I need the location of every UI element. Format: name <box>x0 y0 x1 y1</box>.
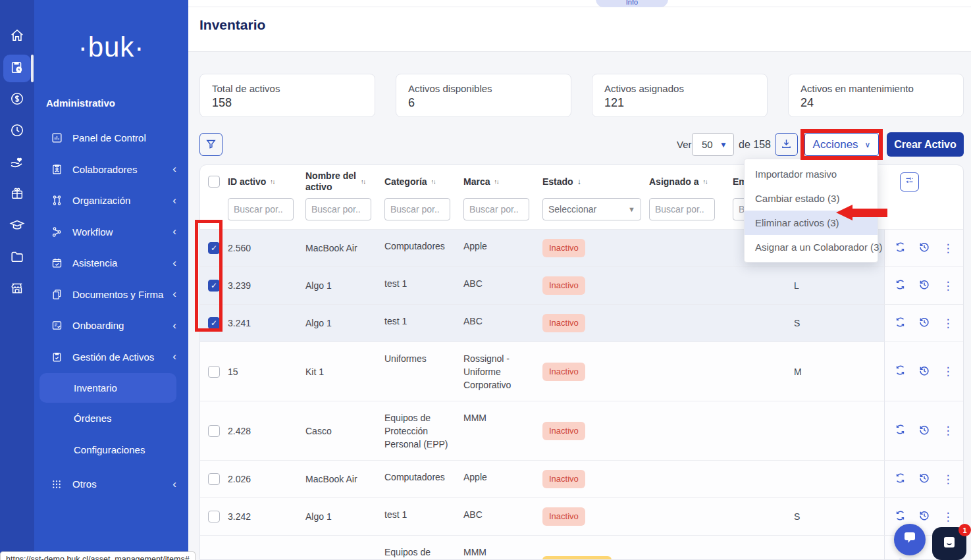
table-row[interactable]: ✓ 3.241 Algo 1 test 1 ABC Inactivo S ⋮ <box>200 304 963 342</box>
sidebar-item-workflow[interactable]: Workflow ‹ <box>34 216 188 248</box>
cell-asignado-a <box>649 536 733 560</box>
refresh-status-icon[interactable] <box>895 424 906 438</box>
page-size-select[interactable]: 50 ▼ <box>692 133 734 156</box>
kebab-menu-icon[interactable]: ⋮ <box>943 365 954 378</box>
sidebar-item-colaboradores[interactable]: Colaboradores ‹ <box>34 154 188 186</box>
refresh-status-icon[interactable] <box>895 472 906 486</box>
kebab-menu-icon[interactable]: ⋮ <box>943 242 954 255</box>
history-icon[interactable] <box>918 316 930 330</box>
column-header-categoria[interactable]: Categoría↑↓ <box>384 176 463 188</box>
table-row[interactable]: ✓ 3.239 Algo 1 test 1 ABC Inactivo L ⋮ <box>200 267 963 304</box>
sidebar-subitem-inventario[interactable]: Inventario <box>39 373 176 403</box>
rail-marketplace[interactable] <box>0 274 34 305</box>
chevron-collapse-icon[interactable]: ‹ <box>172 288 176 301</box>
cell-id-activo: 2.560 <box>228 230 305 267</box>
row-checkbox[interactable] <box>208 511 220 522</box>
filter-input-marca[interactable] <box>463 198 529 220</box>
filter-select-estado[interactable]: Seleccionar▼ <box>542 198 641 220</box>
table-row[interactable]: 3.242 Algo 1 test 1 ABC Inactivo S ⋮ <box>200 497 963 535</box>
row-checkbox[interactable]: ✓ <box>208 280 220 292</box>
history-icon[interactable] <box>918 558 930 560</box>
chevron-collapse-icon[interactable]: ‹ <box>172 478 176 491</box>
rail-training[interactable] <box>0 211 34 242</box>
column-header-nombre[interactable]: Nombre del activo↑↓ <box>305 170 384 193</box>
refresh-status-icon[interactable] <box>895 279 906 293</box>
column-settings-button[interactable] <box>900 172 919 191</box>
chevron-collapse-icon[interactable]: ‹ <box>172 225 176 238</box>
sort-icon[interactable]: ↑↓ <box>702 176 707 188</box>
rail-home[interactable] <box>0 21 34 53</box>
cell-marca: Rossignol - Uniforme Corporativo <box>463 342 542 401</box>
rail-benefits[interactable] <box>0 147 34 179</box>
menu-item-cambiar-estado[interactable]: Cambiar estado (3) <box>745 186 878 211</box>
table-row[interactable]: 1.357 Casco Equipos de Protección Person… <box>200 535 963 560</box>
sort-icon[interactable]: ↓ <box>577 176 581 188</box>
select-all-checkbox[interactable] <box>208 176 220 188</box>
filter-input-asignado[interactable] <box>649 198 715 220</box>
chevron-collapse-icon[interactable]: ‹ <box>172 350 176 363</box>
filter-button[interactable] <box>199 133 223 156</box>
kebab-menu-icon[interactable]: ⋮ <box>943 317 954 330</box>
sort-icon[interactable]: ↑↓ <box>361 176 365 188</box>
column-header-id-activo[interactable]: ID activo↑↓ <box>228 176 305 188</box>
table-row[interactable]: 2.428 Casco Equipos de Protección Person… <box>200 401 963 460</box>
acciones-button[interactable]: Acciones ∨ <box>804 133 879 156</box>
column-header-marca[interactable]: Marca↑↓ <box>463 176 542 188</box>
kebab-menu-icon[interactable]: ⋮ <box>943 424 954 438</box>
chevron-collapse-icon[interactable]: ‹ <box>172 163 176 176</box>
menu-item-asignar-colaborador[interactable]: Asignar a un Colaborador (3) <box>745 235 878 259</box>
kebab-menu-icon[interactable]: ⋮ <box>943 472 954 486</box>
kebab-menu-icon[interactable]: ⋮ <box>943 279 954 293</box>
history-icon[interactable] <box>918 278 930 293</box>
history-icon[interactable] <box>918 509 930 524</box>
history-icon[interactable] <box>918 241 930 255</box>
row-checkbox[interactable] <box>208 366 220 378</box>
sidebar-item-documentos-y-firma[interactable]: Documentos y Firma ‹ <box>34 279 188 311</box>
table-row[interactable]: 15 Kit 1 Uniformes Rossignol - Uniforme … <box>200 342 963 401</box>
rail-time[interactable] <box>0 116 34 147</box>
rail-files[interactable] <box>0 242 34 274</box>
sort-icon[interactable]: ↑↓ <box>494 176 498 188</box>
rail-culture[interactable] <box>0 179 34 211</box>
filter-input-id[interactable] <box>228 198 294 220</box>
row-checkbox[interactable] <box>208 425 220 437</box>
sidebar-item-panel-de-control[interactable]: Panel de Control <box>34 122 188 154</box>
chevron-collapse-icon[interactable]: ‹ <box>172 319 176 332</box>
menu-item-eliminar-activos[interactable]: Eliminar activos (3) <box>745 211 878 235</box>
rail-payroll[interactable] <box>0 84 34 116</box>
kebab-menu-icon[interactable]: ⋮ <box>943 510 954 524</box>
sidebar-item-organizacion[interactable]: Organización ‹ <box>34 185 188 216</box>
refresh-status-icon[interactable] <box>895 242 906 255</box>
sort-icon[interactable]: ↑↓ <box>270 176 275 188</box>
rail-scrollbar[interactable] <box>31 55 34 82</box>
row-checkbox[interactable]: ✓ <box>208 317 220 329</box>
refresh-status-icon[interactable] <box>895 365 906 378</box>
sidebar-item-onboarding[interactable]: Onboarding ‹ <box>34 310 188 342</box>
sort-icon[interactable]: ↑↓ <box>431 176 436 188</box>
history-icon[interactable] <box>918 472 930 486</box>
chat-launcher-button[interactable] <box>894 524 926 555</box>
filter-input-nombre[interactable] <box>305 198 371 220</box>
rail-assets[interactable] <box>0 53 34 84</box>
history-icon[interactable] <box>918 424 930 438</box>
column-header-asignado-a[interactable]: Asignado a↑↓ <box>649 176 733 188</box>
row-checkbox[interactable]: ✓ <box>208 242 220 254</box>
table-row[interactable]: 2.026 MacBook Air Computadores Apple Ina… <box>200 460 963 497</box>
sidebar-subitem-ordenes[interactable]: Órdenes <box>34 403 188 434</box>
chevron-collapse-icon[interactable]: ‹ <box>172 194 176 207</box>
menu-item-importador-masivo[interactable]: Importador masivo <box>745 162 878 186</box>
chevron-collapse-icon[interactable]: ‹ <box>172 257 176 270</box>
refresh-status-icon[interactable] <box>895 510 906 524</box>
crear-activo-button[interactable]: Crear Activo <box>887 132 964 157</box>
history-icon[interactable] <box>918 365 930 379</box>
refresh-status-icon[interactable] <box>895 317 906 330</box>
column-header-estado[interactable]: Estado↓ <box>542 176 649 188</box>
sidebar-item-gestion-de-activos[interactable]: Gestión de Activos ‹ <box>34 342 188 373</box>
sidebar-item-otros[interactable]: Otros ‹ <box>34 469 188 500</box>
download-button[interactable] <box>775 133 798 156</box>
sidebar-item-asistencia[interactable]: Asistencia ‹ <box>34 247 188 279</box>
row-checkbox[interactable] <box>208 473 220 485</box>
filter-input-categoria[interactable] <box>384 198 450 220</box>
hand-heart-icon <box>9 154 25 172</box>
sidebar-subitem-configuraciones[interactable]: Configuraciones <box>34 434 188 466</box>
